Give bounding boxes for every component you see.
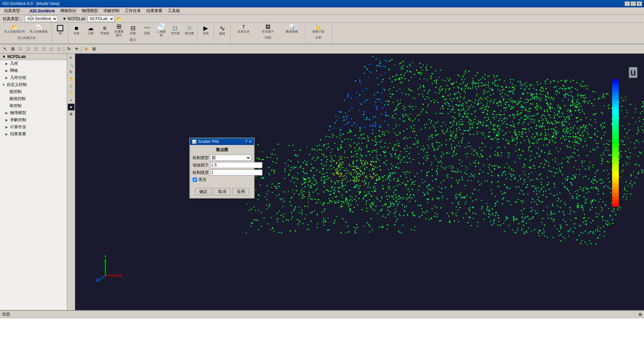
- toolbar-group-animation: ▶ 动画: [198, 23, 214, 43]
- add-text-button[interactable]: T 添加文本: [232, 23, 255, 35]
- vtb-settings-btn[interactable]: ⚙: [68, 111, 75, 117]
- zoom-fit-icon[interactable]: ⊞: [9, 45, 16, 53]
- domain-button[interactable]: 🔲 域: [53, 23, 67, 37]
- dialog-linewidth-input[interactable]: [210, 169, 262, 176]
- toolbar-row1: 📂 导入后处理文件 📈 导入结果曲线 导入结果文件 🔲 域: [1, 22, 643, 43]
- bottom-panel-expand-btn[interactable]: ⊞: [639, 312, 642, 317]
- dialog-row-linewidth: 绘制线宽: [193, 169, 251, 176]
- view-box6-icon[interactable]: □: [55, 45, 63, 53]
- viewport[interactable]: u 1.19E+031.07E+039.53E+028.36E+027.18E+…: [75, 54, 644, 310]
- cancel-button[interactable]: 取消: [214, 188, 231, 195]
- sidebar-item-solver-control[interactable]: ▶ 求解控制: [0, 116, 67, 123]
- dialog-scale-input[interactable]: [210, 162, 262, 168]
- sidebar-item-geometry[interactable]: ▶ 几何: [0, 60, 67, 67]
- curve-button[interactable]: ∿ 曲线: [215, 23, 229, 37]
- menu-solver[interactable]: 求解控制: [101, 7, 122, 14]
- legend-label-item: 1.07E+03: [620, 85, 637, 89]
- view-box2-icon[interactable]: □: [24, 45, 32, 53]
- vtb-color-btn[interactable]: ■: [68, 104, 75, 110]
- rotate-icon[interactable]: ↻: [65, 45, 72, 53]
- folder-icon[interactable]: 📂: [116, 16, 122, 21]
- dialog-help-btn[interactable]: ?: [245, 139, 247, 144]
- curve2d-button[interactable]: 📉 二维曲线: [154, 23, 168, 37]
- sidebar-item-face-control[interactable]: 面控制: [0, 88, 67, 95]
- sim-type-select[interactable]: ADI.SimWork: [25, 16, 58, 22]
- sidebar-item-compute[interactable]: ▶ 计算作业: [0, 123, 67, 131]
- legend-label-item: 1.19E+03: [620, 79, 637, 83]
- menu-tools[interactable]: 工具箱: [165, 7, 183, 14]
- ncfd-select[interactable]: NCFDLab: [88, 16, 114, 22]
- menu-task[interactable]: 工作任务: [122, 7, 144, 14]
- sidebar-item-custom-control[interactable]: ▼ 自定义控制: [0, 81, 67, 88]
- legend-label-item: -1.04E+03: [620, 197, 637, 200]
- vtb-zoom-btn[interactable]: 🔍: [68, 61, 75, 68]
- vtb-pan-btn[interactable]: ✋: [68, 76, 75, 82]
- sidebar-results-label: 结果查看: [10, 131, 26, 137]
- sidebar-item-results[interactable]: ▶ 结果查看: [0, 131, 67, 138]
- vtb-cursor-btn[interactable]: ↖: [68, 54, 75, 61]
- minimize-button[interactable]: ─: [625, 1, 630, 6]
- apply-button[interactable]: 应用: [233, 188, 249, 195]
- contour-button[interactable]: ≡ 等值线: [98, 23, 111, 37]
- dialog-type-select[interactable]: 圆 方形 三角: [210, 155, 251, 161]
- vtb-measure-btn[interactable]: 📏: [68, 90, 75, 96]
- cloud-icon: ☁: [88, 25, 94, 31]
- scatter-button[interactable]: ⁙ 散点图: [183, 23, 196, 37]
- dialog-title-bar[interactable]: 📊 Scatter Plot ? ✕: [190, 138, 254, 145]
- vtb-point-btn[interactable]: •: [68, 97, 75, 103]
- color-edit-icon[interactable]: 🎨: [83, 45, 90, 53]
- sidebar-item-curve-control[interactable]: 曲线控制: [0, 95, 67, 102]
- sidebar-item-mesh[interactable]: ▶ 网格: [0, 67, 67, 74]
- import-curve-button[interactable]: 📈 导入结果曲线: [27, 23, 50, 35]
- vector-button[interactable]: ⊞ 矢量图显示: [112, 23, 126, 37]
- sidebar-curve-control-label: 曲线控制: [9, 96, 26, 102]
- view-box5-icon[interactable]: □: [48, 45, 55, 53]
- slice-icon: ⊟: [131, 25, 136, 31]
- dialog-row-type: 绘制类型 圆 方形 三角: [193, 155, 251, 161]
- dialog-close-btn[interactable]: ✕: [249, 139, 252, 144]
- slice-button[interactable]: ⊟ 剖面: [126, 23, 140, 37]
- ok-button[interactable]: 确定: [195, 188, 212, 195]
- cloud-button[interactable]: ☁ 云图: [84, 23, 97, 37]
- svg-text:X: X: [119, 273, 122, 278]
- scalar-calc-icon: 📐: [316, 24, 321, 30]
- dialog-fill-checkbox[interactable]: [193, 178, 197, 182]
- display-group-label: 显示: [130, 38, 136, 42]
- solid-button[interactable]: ■ 实体: [70, 23, 83, 37]
- dialog-title-text: Scatter Plot: [198, 139, 219, 144]
- bottom-panel-label: 信息: [2, 311, 10, 317]
- toolbar-area: 仿真类型： ADI.SimWork ▼ NCFDLab NCFDLab 📂 📂 …: [0, 15, 644, 44]
- vtb-select-btn[interactable]: □: [68, 83, 75, 89]
- sidebar: ▼ NCFDLab ▶ 几何 ▶ 网格 ▶ 几何分组 ▼ 自定义控制 面控制 曲…: [0, 54, 67, 310]
- sidebar-item-physics[interactable]: ▶ 物理模型: [0, 109, 67, 116]
- sidebar-item-geogroup[interactable]: ▶ 几何分组: [0, 74, 67, 81]
- cursor-icon[interactable]: ↖: [1, 45, 9, 53]
- vtb-rotate-btn[interactable]: ↻: [68, 68, 75, 75]
- scatter-canvas: [75, 54, 644, 310]
- translate-icon[interactable]: ✛: [73, 45, 80, 53]
- sidebar-physics-label: 物理模型: [10, 110, 26, 116]
- maximize-button[interactable]: □: [631, 1, 636, 6]
- streamline-button[interactable]: 〰 流线: [140, 23, 154, 37]
- scalar-calc-button[interactable]: 📐 标量计算: [307, 23, 330, 35]
- menu-mesh[interactable]: 网格剖分: [58, 7, 79, 14]
- close-button[interactable]: ✕: [637, 1, 642, 6]
- import-result-button[interactable]: 导入结果文件: [15, 35, 38, 41]
- data-table-button[interactable]: 📊 数据表格: [280, 23, 304, 35]
- export-image-button[interactable]: 🖼 导出图片: [256, 23, 280, 35]
- view-box1-icon[interactable]: □: [17, 45, 24, 53]
- dialog-checkbox-row: 填充: [193, 177, 251, 183]
- menu-physics[interactable]: 物理模型: [79, 7, 101, 14]
- legend-label-item: 7.18E+02: [620, 104, 637, 108]
- menu-results[interactable]: 结果查看: [144, 7, 165, 14]
- menu-sim-type-value: ADI.SimWork: [27, 8, 58, 14]
- grid-view-icon[interactable]: ⊞: [90, 45, 98, 53]
- blank-button[interactable]: □ 空白值: [168, 23, 182, 37]
- animation-button[interactable]: ▶ 动画: [199, 23, 212, 37]
- view-box4-icon[interactable]: □: [40, 45, 47, 53]
- sidebar-item-body-control[interactable]: 体控制: [0, 102, 67, 109]
- dialog-title-buttons: ? ✕: [245, 139, 252, 144]
- import-post-button[interactable]: 📂 导入后处理文件: [3, 23, 26, 35]
- toolbar-sep2: [81, 46, 82, 52]
- view-box3-icon[interactable]: □: [32, 45, 40, 53]
